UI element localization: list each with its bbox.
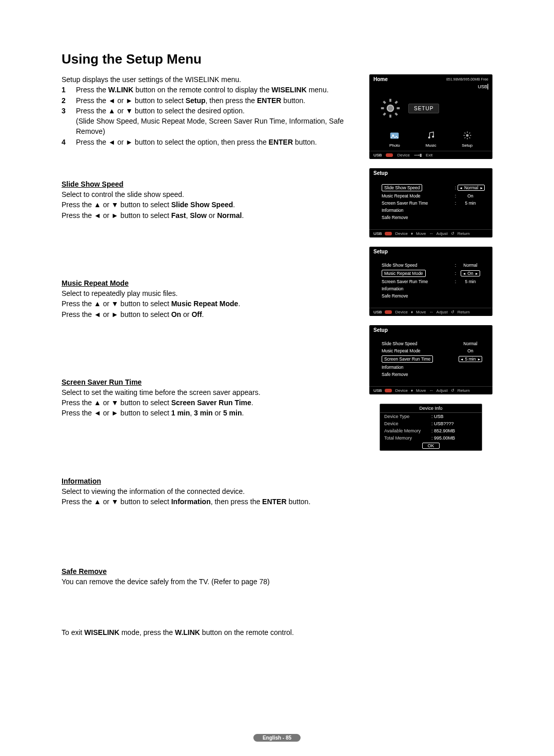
- section-p: Select to control the slide show speed.: [62, 189, 360, 200]
- setup-title: Setup: [373, 170, 388, 176]
- setup-row-safe: Safe Remove: [382, 372, 483, 377]
- setup-row-slide: Slide Show Speed: [382, 184, 422, 191]
- val-screen: ◄5 min►: [459, 356, 483, 362]
- devinfo-key: Device: [384, 421, 429, 426]
- setup-row-info: Information: [382, 286, 483, 291]
- step-text: Press the ◄ or ► button to select Setup,…: [76, 95, 305, 106]
- home-title: Home: [373, 76, 388, 82]
- footer-device: Device: [395, 388, 407, 393]
- screenshot-setup-screensaver: Setup Slide Show SpeedNormal Music Repea…: [369, 325, 492, 394]
- step-text: Press the ▲ or ▼ button to select the de…: [76, 106, 360, 137]
- svg-point-0: [387, 105, 393, 111]
- footer-device: Device: [395, 231, 407, 236]
- devinfo-key: Total Memory: [384, 435, 429, 441]
- step-text: Press the ◄ or ► button to select the op…: [76, 137, 317, 147]
- intro-block: Setup displays the user settings of the …: [62, 74, 360, 147]
- red-button-icon: [385, 232, 392, 235]
- section-p: Press the ▲ or ▼ button to select Inform…: [62, 496, 360, 507]
- section-p: Press the ▲ or ▼ button to select Screen…: [62, 397, 360, 408]
- devinfo-val: : 995.00MB: [431, 435, 455, 441]
- section-heading: Slide Show Speed: [62, 180, 360, 188]
- footer-move: Move: [416, 388, 426, 393]
- usb-free-indicator: 851.98MB/995.00MB Free: [446, 77, 488, 81]
- section-screen-saver-run-time: Screen Saver Run Time Select to set the …: [62, 378, 360, 419]
- section-p: Select to set the waiting time before th…: [62, 387, 360, 397]
- section-p: Press the ▲ or ▼ button to select Slide …: [62, 200, 360, 210]
- gear-small-icon: [461, 129, 473, 142]
- section-heading: Screen Saver Run Time: [62, 378, 360, 386]
- footer-device: Device: [397, 153, 409, 157]
- red-button-icon: [385, 310, 392, 314]
- setup-row-screen: Screen Saver Run Time: [382, 355, 433, 363]
- red-button-icon: [385, 389, 392, 392]
- updown-icon: ♦: [411, 388, 413, 393]
- gear-icon: [379, 96, 402, 120]
- footer-usb: USB: [373, 388, 382, 393]
- footer-move: Move: [416, 231, 426, 236]
- setup-row-safe: Safe Remove: [382, 293, 483, 299]
- ok-button: OK: [422, 443, 440, 449]
- page-number-badge: English - 85: [253, 734, 301, 742]
- thumb-setup: Setup: [461, 129, 473, 148]
- leftright-icon: ↔: [429, 388, 433, 393]
- usb-bar-icon: [487, 84, 488, 90]
- section-p: Select to repeatedly play music files.: [62, 288, 360, 299]
- footer-adjust: Adjust: [437, 388, 448, 393]
- section-p: Press the ◄ or ► button to select On or …: [62, 309, 360, 320]
- leftright-icon: ↔: [429, 310, 433, 314]
- devinfo-val: : 852.90MB: [431, 428, 455, 433]
- setup-row-screen: Screen Saver Run Time: [382, 201, 453, 206]
- setup-row-music: Music Repeat Mode: [382, 270, 426, 277]
- svg-point-5: [466, 134, 468, 137]
- footer-return: Return: [458, 310, 470, 314]
- val-slide: Normal: [458, 263, 483, 268]
- val-slide: Normal: [458, 341, 483, 346]
- setup-title: Setup: [373, 249, 388, 254]
- section-heading: Safe Remove: [62, 567, 360, 575]
- step-number: 2: [62, 95, 69, 106]
- footer-move: Move: [416, 310, 426, 314]
- return-icon: ↺: [451, 231, 454, 236]
- devinfo-key: Available Memory: [384, 428, 429, 433]
- section-information: Information Select to viewing the inform…: [62, 477, 360, 507]
- setup-row-slide: Slide Show Speed: [382, 341, 453, 346]
- exit-note: To exit WISELINK mode, press the W.LINK …: [62, 627, 360, 638]
- setup-label: SETUP: [408, 104, 439, 113]
- section-p: Select to viewing the information of the…: [62, 486, 360, 496]
- section-heading: Music Repeat Mode: [62, 279, 360, 287]
- page-title: Using the Setup Menu: [62, 51, 492, 67]
- photo-icon: [388, 129, 401, 142]
- updown-icon: ♦: [411, 310, 413, 314]
- section-slide-show-speed: Slide Show Speed Select to control the s…: [62, 180, 360, 221]
- setup-row-music: Music Repeat Mode: [382, 193, 453, 198]
- step-text: Press the W.LINK button on the remote co…: [76, 85, 329, 95]
- svg-point-4: [432, 136, 434, 138]
- section-music-repeat-mode: Music Repeat Mode Select to repeatedly p…: [62, 279, 360, 320]
- left-arrow-icon: ◄: [459, 186, 463, 190]
- red-button-icon: [386, 153, 393, 157]
- val-screen: 5 min: [458, 201, 483, 206]
- updown-icon: ♦: [411, 231, 413, 236]
- return-icon: ↺: [451, 310, 454, 314]
- setup-row-info: Information: [382, 365, 483, 370]
- right-arrow-icon: ►: [480, 186, 483, 190]
- step-number: 3: [62, 106, 69, 137]
- devinfo-val: : USB????: [431, 421, 454, 426]
- footer-adjust: Adjust: [437, 310, 448, 314]
- section-p: Press the ◄ or ► button to select Fast, …: [62, 210, 360, 221]
- footer-return: Return: [458, 388, 470, 393]
- exit-text: To exit WISELINK mode, press the W.LINK …: [62, 627, 360, 638]
- intro-text: Setup displays the user settings of the …: [62, 74, 360, 85]
- thumb-music: Music: [425, 129, 437, 148]
- setup-row-safe: Safe Remove: [382, 215, 483, 220]
- val-music: ◄On►: [461, 270, 480, 276]
- footer-usb: USB: [373, 310, 382, 314]
- devinfo-val: : USB: [431, 414, 444, 419]
- section-p: You can remove the device safely from th…: [62, 576, 360, 587]
- left-arrow-icon: ◄: [462, 272, 466, 275]
- setup-title: Setup: [373, 327, 388, 333]
- footer-device: Device: [395, 310, 407, 314]
- section-p: Press the ▲ or ▼ button to select Music …: [62, 299, 360, 309]
- section-p: Press the ◄ or ► button to select 1 min,…: [62, 408, 360, 418]
- setup-row-music: Music Repeat Mode: [382, 348, 453, 353]
